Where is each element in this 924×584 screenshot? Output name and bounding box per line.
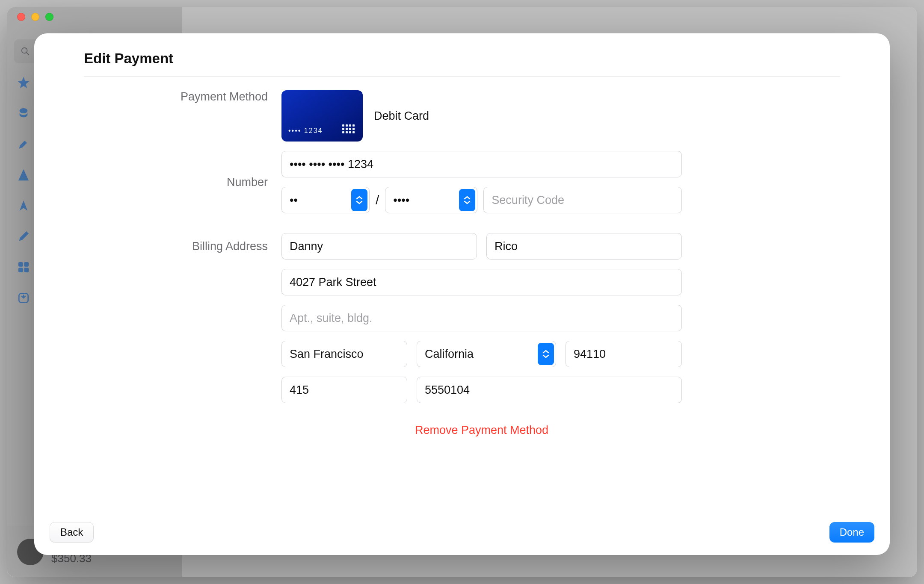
card-chip-icon (342, 124, 357, 136)
phone-field[interactable]: 5550104 (417, 377, 682, 403)
exp-separator: / (376, 193, 379, 207)
card-number-field[interactable]: •••• •••• •••• 1234 (281, 151, 682, 177)
billing-address-label: Billing Address (84, 233, 268, 253)
edit-payment-sheet: Edit Payment Payment Method •••• 1234 De… (34, 33, 890, 555)
zoom-window-button[interactable] (45, 13, 53, 21)
state-select[interactable]: California (417, 341, 556, 367)
minimize-window-button[interactable] (31, 13, 39, 21)
street2-field[interactable]: Apt., suite, bldg. (281, 305, 682, 331)
card-art: •••• 1234 (281, 90, 363, 142)
chevron-up-down-icon (538, 343, 554, 365)
back-button[interactable]: Back (50, 522, 94, 543)
number-label: Number (84, 176, 268, 189)
sheet-title: Edit Payment (34, 33, 890, 76)
window-controls (17, 13, 53, 21)
exp-year-select[interactable]: •••• (385, 187, 477, 213)
street1-field[interactable]: 4027 Park Street (281, 269, 682, 295)
exp-month-select[interactable]: •• (281, 187, 370, 213)
city-field[interactable]: San Francisco (281, 341, 407, 367)
last-name-field[interactable]: Rico (486, 233, 682, 260)
chevron-up-down-icon (351, 189, 367, 211)
remove-payment-method-link[interactable]: Remove Payment Method (415, 424, 548, 437)
security-code-field[interactable]: Security Code (483, 187, 682, 213)
zip-field[interactable]: 94110 (566, 341, 682, 367)
first-name-field[interactable]: Danny (281, 233, 477, 260)
card-mask: •••• 1234 (288, 127, 323, 135)
area-code-field[interactable]: 415 (281, 377, 407, 403)
chevron-up-down-icon (459, 189, 475, 211)
close-window-button[interactable] (17, 13, 25, 21)
done-button[interactable]: Done (829, 522, 874, 543)
payment-method-label: Payment Method (84, 90, 268, 103)
payment-method-type: Debit Card (374, 109, 429, 123)
